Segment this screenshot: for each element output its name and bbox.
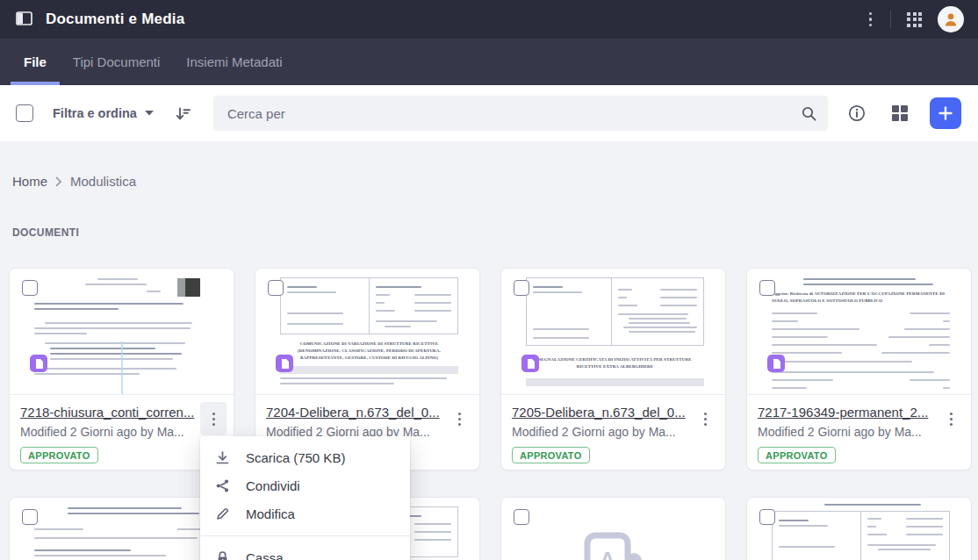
search-icon bbox=[801, 105, 817, 122]
file-icon bbox=[527, 359, 535, 369]
sort-descending-icon bbox=[175, 106, 191, 121]
menu-item-label: Scarica (750 KB) bbox=[246, 450, 345, 465]
add-button[interactable] bbox=[930, 97, 961, 129]
document-actions-button[interactable] bbox=[938, 402, 964, 435]
document-checkbox[interactable] bbox=[514, 509, 529, 525]
menu-item-download[interactable]: Scarica (750 KB) bbox=[200, 443, 410, 471]
pencil-icon bbox=[215, 506, 230, 521]
menu-item-share[interactable]: Condividi bbox=[200, 471, 410, 499]
download-icon bbox=[215, 450, 230, 465]
document-actions-button[interactable] bbox=[692, 402, 718, 435]
document-type-sticker-icon bbox=[767, 355, 785, 372]
document-preview: Oggetto: Richiesta di AUTORIZZAZIONE PER… bbox=[772, 275, 950, 394]
document-preview bbox=[772, 504, 950, 560]
generic-file-placeholder-icon: A bbox=[580, 530, 647, 560]
thumbnail-heading: COMUNICAZIONE DI VARIAZIONE DI STRUTTURE… bbox=[280, 341, 458, 361]
tab-file[interactable]: File bbox=[11, 39, 60, 85]
section-heading: DOCUMENTI bbox=[12, 226, 978, 239]
filter-label: Filtra e ordina bbox=[53, 106, 137, 120]
lock-icon bbox=[215, 550, 230, 560]
document-checkbox[interactable] bbox=[759, 509, 775, 525]
document-type-sticker-icon bbox=[276, 355, 293, 372]
menu-item-checkout[interactable]: Cassa bbox=[200, 543, 410, 560]
document-thumbnail: Oggetto: Richiesta di AUTORIZZAZIONE PER… bbox=[747, 269, 971, 395]
document-title-link[interactable]: 7218-chiusura_conti_corren... bbox=[20, 403, 198, 422]
info-panel-button[interactable] bbox=[843, 99, 871, 127]
user-avatar[interactable] bbox=[938, 6, 964, 32]
plus-icon bbox=[938, 106, 953, 120]
document-title-link[interactable]: 7204-Delibera_n.673_del_0... bbox=[266, 403, 443, 422]
panel-left-icon bbox=[16, 11, 32, 25]
document-actions-button[interactable] bbox=[200, 402, 227, 435]
document-checkbox[interactable] bbox=[759, 280, 775, 296]
document-checkbox[interactable] bbox=[22, 280, 38, 296]
document-checkbox[interactable] bbox=[22, 509, 38, 525]
document-thumbnail: COMUNICAZIONE DI VARIAZIONE DI STRUTTURE… bbox=[255, 269, 479, 395]
sort-order-button[interactable] bbox=[175, 106, 191, 121]
tab-insiemi-metadati[interactable]: Insiemi Metadati bbox=[173, 39, 295, 85]
document-checkbox[interactable] bbox=[514, 280, 529, 296]
chevron-right-icon bbox=[55, 176, 62, 187]
select-all-checkbox[interactable] bbox=[16, 104, 33, 122]
document-preview bbox=[34, 275, 212, 394]
info-icon bbox=[848, 104, 866, 122]
status-badge: APPROVATO bbox=[758, 447, 836, 463]
document-actions-menu: Scarica (750 KB) Condividi Modifica Cass… bbox=[200, 436, 410, 560]
tab-label: File bbox=[24, 54, 47, 69]
product-menu-toggle-button[interactable] bbox=[16, 11, 32, 28]
breadcrumb-current: Modulistica bbox=[70, 174, 136, 189]
filter-and-order-button[interactable]: Filtra e ordina bbox=[53, 106, 154, 120]
menu-item-edit[interactable]: Modifica bbox=[200, 499, 410, 528]
document-info: 7205-Delibera_n.673_del_0... Modified 2 … bbox=[501, 395, 725, 463]
breadcrumb: Home Modulistica bbox=[12, 173, 978, 190]
person-icon bbox=[943, 11, 959, 27]
file-icon bbox=[35, 359, 43, 369]
tab-label: Insiemi Metadati bbox=[186, 54, 282, 69]
document-type-sticker-icon bbox=[521, 355, 539, 372]
document-title-link[interactable]: 7217-196349-permanent_2... bbox=[758, 403, 935, 422]
share-icon bbox=[215, 478, 230, 493]
navigation-tabs: File Tipi Documenti Insiemi Metadati bbox=[0, 39, 978, 85]
status-badge: APPROVATO bbox=[512, 447, 590, 463]
document-actions-button[interactable] bbox=[446, 402, 472, 435]
breadcrumb-home-link[interactable]: Home bbox=[12, 174, 47, 189]
document-title-link[interactable]: 7205-Delibera_n.673_del_0... bbox=[512, 403, 689, 422]
page-title: Documenti e Media bbox=[46, 11, 184, 28]
document-preview: SEGNALAZIONE CERTIFICATA DI INIZIO ATTIV… bbox=[526, 275, 704, 394]
document-thumbnail bbox=[10, 269, 234, 395]
file-icon bbox=[281, 359, 289, 369]
global-options-menu-button[interactable] bbox=[864, 9, 878, 31]
document-card[interactable]: A bbox=[500, 497, 726, 560]
document-thumbnail bbox=[747, 498, 971, 560]
documents-grid: 7218-chiusura_conti_corren... Modified 2… bbox=[9, 268, 978, 560]
document-modified-text: Modified 2 Giorni ago by Ma... bbox=[512, 425, 696, 439]
file-icon bbox=[773, 359, 780, 369]
document-card[interactable] bbox=[746, 497, 972, 560]
topbar-divider bbox=[890, 11, 891, 28]
document-card[interactable]: SEGNALAZIONE CERTIFICATA DI INIZIO ATTIV… bbox=[500, 268, 726, 470]
document-preview: COMUNICAZIONE DI VARIAZIONE DI STRUTTURE… bbox=[280, 275, 458, 394]
letterhead-logo bbox=[177, 278, 200, 297]
document-info: 7217-196349-permanent_2... Modified 2 Gi… bbox=[747, 395, 971, 463]
svg-text:A: A bbox=[600, 548, 615, 560]
kebab-icon bbox=[453, 409, 466, 429]
document-card[interactable]: Oggetto: Richiesta di AUTORIZZAZIONE PER… bbox=[746, 268, 972, 470]
menu-item-label: Modifica bbox=[246, 506, 295, 521]
search-button[interactable] bbox=[795, 100, 823, 127]
status-badge: APPROVATO bbox=[20, 447, 98, 463]
caret-down-icon bbox=[145, 111, 154, 116]
search-bar bbox=[213, 96, 828, 131]
display-style-cards-button[interactable] bbox=[887, 100, 913, 126]
menu-divider bbox=[200, 535, 410, 536]
document-checkbox[interactable] bbox=[268, 280, 284, 296]
applications-menu-button[interactable] bbox=[904, 10, 924, 30]
kebab-icon bbox=[699, 409, 712, 429]
kebab-icon bbox=[945, 409, 958, 429]
tab-tipi-documenti[interactable]: Tipi Documenti bbox=[60, 39, 173, 85]
menu-item-label: Cassa bbox=[246, 550, 284, 560]
document-modified-text: Modified 2 Giorni ago by Ma... bbox=[20, 425, 205, 439]
kebab-icon bbox=[207, 409, 220, 429]
content-area: Home Modulistica DOCUMENTI bbox=[0, 141, 978, 560]
top-bar: Documenti e Media bbox=[0, 0, 978, 39]
search-input[interactable] bbox=[227, 106, 795, 121]
